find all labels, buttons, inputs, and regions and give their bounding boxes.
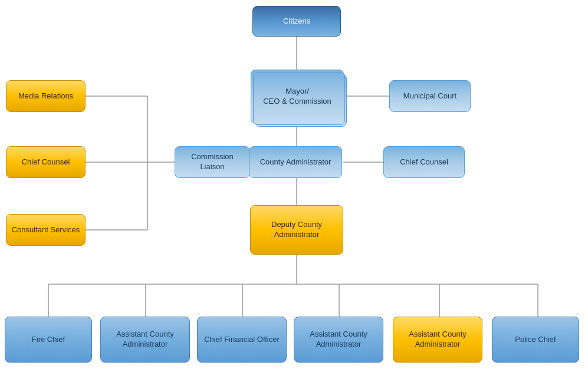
fire-chief-label: Fire Chief <box>32 335 65 345</box>
asst-county-admin-2-node: Assistant County Administrator <box>294 317 383 363</box>
chief-counsel-right-label: Chief Counsel <box>400 157 448 167</box>
asst-county-admin-1-node: Assistant County Administrator <box>100 317 190 363</box>
fire-chief-node: Fire Chief <box>5 317 92 363</box>
citizens-label: Citizens <box>283 17 310 27</box>
consultant-services-label: Consultant Services <box>12 225 80 235</box>
commission-liaison-label: Commission Liaison <box>180 152 245 172</box>
asst-county-admin-3-label: Assistant County Administrator <box>409 330 467 350</box>
consultant-services-node: Consultant Services <box>6 214 86 246</box>
deputy-county-admin-label: Deputy County Administrator <box>271 220 322 240</box>
police-chief-label: Police Chief <box>515 335 556 345</box>
citizens-node: Citizens <box>252 6 341 37</box>
municipal-court-label: Municipal Court <box>403 91 456 101</box>
mayor-node: Mayor/ CEO & Commission <box>251 70 344 124</box>
asst-county-admin-3-node: Assistant County Administrator <box>393 317 482 363</box>
chief-counsel-left-node: Chief Counsel <box>6 146 86 178</box>
county-administrator-node: County Administrator <box>249 146 342 178</box>
commission-liaison-node: Commission Liaison <box>175 146 250 178</box>
asst-county-admin-2-label: Assistant County Administrator <box>310 330 367 350</box>
mayor-label: Mayor/ CEO & Commission <box>263 87 331 107</box>
deputy-county-admin-node: Deputy County Administrator <box>250 205 343 255</box>
asst-county-admin-1-label: Assistant County Administrator <box>116 330 174 350</box>
municipal-court-node: Municipal Court <box>389 80 471 112</box>
cfo-label: Chief Financial Officer <box>204 335 280 345</box>
chief-counsel-left-label: Chief Counsel <box>22 157 70 167</box>
police-chief-node: Police Chief <box>492 317 579 363</box>
county-administrator-label: County Administrator <box>260 157 331 167</box>
chief-counsel-right-node: Chief Counsel <box>383 146 465 178</box>
media-relations-node: Media Relations <box>6 80 86 112</box>
org-chart: Citizens Mayor/ CEO & Commission Municip… <box>0 0 588 372</box>
cfo-node: Chief Financial Officer <box>197 317 287 363</box>
media-relations-label: Media Relations <box>18 91 73 101</box>
